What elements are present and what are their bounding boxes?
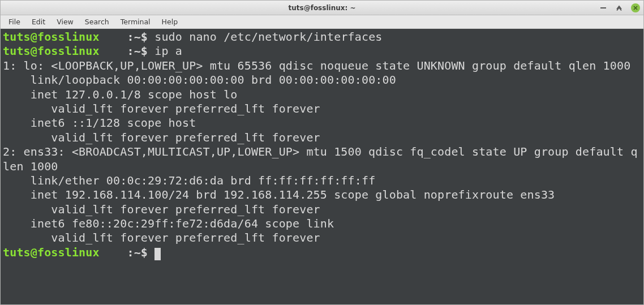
output-line: inet 192.168.114.100/24 brd 192.168.114.… — [3, 188, 641, 202]
output-line: valid_lft forever preferred_lft forever — [3, 131, 641, 145]
output-line: link/loopback 00:00:00:00:00:00 brd 00:0… — [3, 73, 641, 87]
terminal-area[interactable]: tuts@fosslinux :~$ sudo nano /etc/networ… — [1, 29, 643, 304]
menu-terminal[interactable]: Terminal — [116, 16, 155, 27]
svg-rect-0 — [600, 7, 606, 8]
terminal-window: tuts@fosslinux: ~ File Edit View Search … — [0, 0, 644, 305]
titlebar-controls — [599, 1, 640, 15]
prompt-tail: ~$ — [134, 44, 155, 58]
prompt-line-2: tuts@fosslinux :~$ ip a — [3, 44, 641, 58]
prompt-tail: ~$ — [134, 246, 155, 259]
menu-search[interactable]: Search — [80, 16, 114, 27]
cursor-icon — [154, 248, 161, 260]
prompt-sep: : — [100, 246, 134, 259]
output-line: inet 127.0.0.1/8 scope host lo — [3, 88, 641, 102]
prompt-sep: : — [100, 30, 134, 44]
close-button[interactable] — [631, 3, 640, 12]
prompt-user: tuts@fosslinux — [3, 246, 100, 259]
prompt-line-1: tuts@fosslinux :~$ sudo nano /etc/networ… — [3, 30, 641, 44]
prompt-line-3: tuts@fosslinux :~$ — [3, 246, 641, 260]
output-line: inet6 ::1/128 scope host — [3, 116, 641, 130]
output-line: inet6 fe80::20c:29ff:fe72:d6da/64 scope … — [3, 217, 641, 231]
maximize-button[interactable] — [615, 4, 623, 12]
prompt-user: tuts@fosslinux — [3, 30, 100, 44]
output-line: valid_lft forever preferred_lft forever — [3, 102, 641, 116]
menu-file[interactable]: File — [4, 16, 25, 27]
menubar: File Edit View Search Terminal Help — [1, 15, 643, 29]
output-line: 2: ens33: <BROADCAST,MULTICAST,UP,LOWER_… — [3, 145, 641, 174]
output-line: 1: lo: <LOOPBACK,UP,LOWER_UP> mtu 65536 … — [3, 59, 641, 73]
prompt-tail: ~$ — [134, 30, 155, 44]
output-line: link/ether 00:0c:29:72:d6:da brd ff:ff:f… — [3, 174, 641, 188]
minimize-button[interactable] — [599, 4, 607, 12]
command-2: ip a — [154, 44, 182, 58]
window-title: tuts@fosslinux: ~ — [289, 4, 356, 12]
menu-edit[interactable]: Edit — [27, 16, 50, 27]
menu-view[interactable]: View — [52, 16, 78, 27]
command-1: sudo nano /etc/network/interfaces — [154, 30, 382, 44]
prompt-user: tuts@fosslinux — [3, 44, 100, 58]
output-line: valid_lft forever preferred_lft forever — [3, 203, 641, 217]
menu-help[interactable]: Help — [157, 16, 183, 27]
output-line: valid_lft forever preferred_lft forever — [3, 231, 641, 245]
titlebar: tuts@fosslinux: ~ — [1, 1, 643, 15]
prompt-sep: : — [100, 44, 134, 58]
